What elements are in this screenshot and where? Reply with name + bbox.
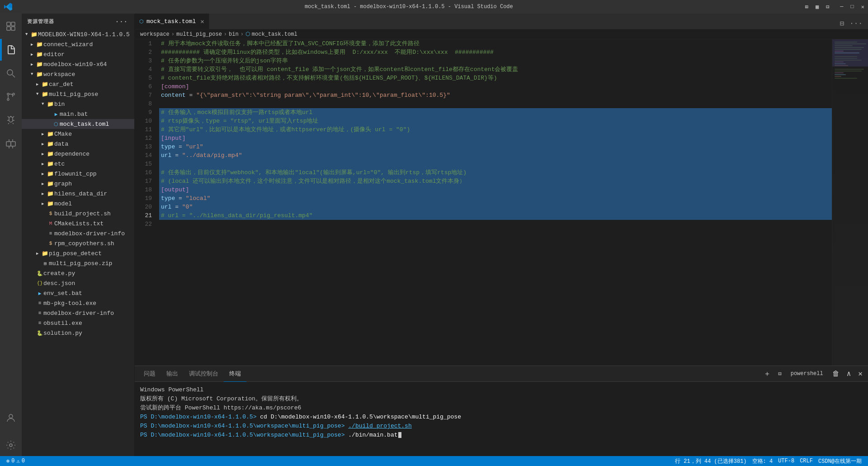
code-line (159, 220, 832, 228)
split-terminal-btn[interactable]: ⊟ (776, 370, 783, 378)
code-area[interactable]: # 用于本地mock文件读取任务，脚本中已经配置了IVA_SVC_CONFIG环… (157, 39, 832, 366)
tree-item[interactable]: ▶env_set.bat (22, 288, 134, 298)
breadcrumb-icon: ⬡ (245, 31, 250, 38)
tab-mock-task[interactable]: ⬡ mock_task.toml ✕ (135, 14, 209, 29)
svg-line-5 (12, 75, 15, 77)
code-line: [input] (159, 134, 832, 143)
code-line: # 任务的参数为一个压缩并转义后的json字符串 (159, 57, 832, 65)
activity-search[interactable] (0, 62, 22, 84)
tree-item[interactable]: $build_project.sh (22, 209, 134, 219)
tree-item[interactable]: 🐍create.py (22, 268, 134, 278)
line-number: 14 (135, 151, 152, 160)
maximize-btn[interactable]: □ (851, 4, 854, 10)
activity-files[interactable] (0, 39, 22, 61)
tab-close-btn[interactable]: ✕ (200, 18, 204, 25)
tree-item[interactable]: ⬡mock_task.toml (22, 119, 134, 129)
tree-item[interactable]: ▼📁bin (22, 99, 134, 109)
tree-item[interactable]: ▼📁MODELBOX-WIN10-X64-1.1.0.5 (22, 29, 134, 39)
status-line-ending[interactable]: CRLF (797, 456, 816, 466)
tab-output[interactable]: 输出 (161, 366, 184, 382)
terminal-line: 版权所有 (C) Microsoft Corporation。保留所有权利。 (140, 395, 863, 404)
status-right: 行 21，列 44 (已选择381) 空格: 4 UTF-8 CRLF CSDN… (672, 456, 864, 466)
svg-point-4 (7, 70, 13, 75)
tree-item[interactable]: ▶main.bat (22, 109, 134, 119)
line-number: 19 (135, 194, 152, 203)
layout-icon[interactable]: ⊞ (805, 4, 808, 10)
tree-item[interactable]: ▼📁multi_pig_pose (22, 89, 134, 99)
terminal-line: Windows PowerShell (140, 385, 863, 395)
tree-item[interactable]: ▶📁CMake (22, 129, 134, 139)
activity-extensions[interactable] (0, 133, 22, 155)
tree-item[interactable]: ▶📁car_det (22, 79, 134, 89)
status-crlf: CRLF (800, 458, 813, 464)
activity-account[interactable] (0, 407, 22, 429)
tree-item[interactable]: ▶📁editor (22, 49, 134, 59)
tree-item[interactable]: 🐍solution.py (22, 328, 134, 338)
code-line: content = "{\"param_str\":\"string param… (159, 91, 832, 100)
tree-item[interactable]: $rpm_copyothers.sh (22, 238, 134, 248)
tree-item[interactable]: ▶📁connect_wizard (22, 39, 134, 49)
more-icon[interactable]: ··· (848, 19, 864, 29)
tree-item[interactable]: ▶📁pig_pose_detect (22, 248, 134, 258)
tree-item[interactable]: ≡mb-pkg-tool.exe (22, 298, 134, 308)
breadcrumb-bin[interactable]: bin (229, 31, 239, 38)
tree-item[interactable]: ▼📁workspace (22, 69, 134, 79)
terminal-shell-label: powershell (787, 371, 827, 377)
tree-item[interactable]: ▶📁data (22, 139, 134, 149)
tree-item[interactable]: ▶📁model (22, 199, 134, 209)
minimize-btn[interactable]: ─ (840, 4, 843, 10)
tree-item[interactable]: ≡modelbox-driver-info (22, 308, 134, 318)
tree-item[interactable]: ▶📁hilens_data_dir (22, 189, 134, 199)
status-spaces[interactable]: 空格: 4 (750, 456, 776, 466)
status-encoding[interactable]: UTF-8 (775, 456, 797, 466)
tab-debug-console[interactable]: 调试控制台 (184, 366, 224, 382)
breadcrumb-workspace[interactable]: workspace (140, 31, 170, 38)
status-errors[interactable]: ⊗ 0 ⚠ 0 (4, 456, 28, 466)
status-cursor[interactable]: 行 21，列 44 (已选择381) (672, 456, 749, 466)
tree-item[interactable]: ▶📁flowunit_cpp (22, 169, 134, 179)
activity-explore[interactable] (0, 15, 22, 37)
error-count: 0 (11, 458, 14, 464)
code-line: # 任务输出，目前仅支持"webhook", 和本地输出"local"(输出到屏… (159, 168, 832, 177)
svg-rect-11 (11, 142, 15, 146)
tree-item[interactable]: ≡obsutil.exe (22, 318, 134, 328)
tab-problems[interactable]: 问题 (138, 366, 161, 382)
breadcrumb-file[interactable]: mock_task.toml (252, 31, 297, 38)
layout2-icon[interactable]: ▦ (816, 4, 819, 10)
svg-rect-32 (835, 74, 846, 75)
code-line: url = "0" (159, 203, 832, 211)
tab-terminal-label: 终端 (229, 370, 241, 378)
terminal-trash-btn[interactable]: 🗑 (830, 369, 841, 379)
code-line: # 用于本地mock文件读取任务，脚本中已经配置了IVA_SVC_CONFIG环… (159, 39, 832, 48)
tree-item[interactable]: ▶📁etc (22, 159, 134, 169)
line-number: 9 (135, 108, 152, 117)
tree-item[interactable]: ≡modelbox-driver-info (22, 228, 134, 238)
code-line: # 直接写需要转义双引号， 也可以用 content_file 添加一个json… (159, 65, 832, 74)
sidebar-more-icon[interactable]: ··· (114, 17, 129, 26)
tree-item[interactable]: {}desc.json (22, 278, 134, 288)
tree-item[interactable]: MCMakeLists.txt (22, 219, 134, 228)
tree-item[interactable]: ⊞multi_pig_pose.zip (22, 258, 134, 268)
svg-point-12 (9, 414, 13, 418)
layout3-icon[interactable]: ⊟ (826, 4, 829, 10)
code-line: type = "url" (159, 143, 832, 151)
breadcrumb-multi-pig-pose[interactable]: multi_pig_pose (176, 31, 222, 38)
svg-rect-34 (835, 78, 857, 79)
line-number: 4 (135, 65, 152, 74)
panel-maximize-btn[interactable]: ∧ (845, 368, 853, 379)
tree-item[interactable]: ▶📁modelbox-win10-x64 (22, 59, 134, 69)
status-language[interactable]: CSDN@在线第一期 (816, 456, 864, 466)
activity-settings[interactable] (0, 434, 22, 456)
minimap[interactable] (832, 39, 868, 366)
activity-git[interactable] (0, 86, 22, 108)
tab-debug-label: 调试控制台 (189, 370, 218, 378)
add-terminal-btn[interactable]: ＋ (762, 368, 773, 380)
terminal-content[interactable]: Windows PowerShell版权所有 (C) Microsoft Cor… (135, 382, 868, 456)
split-editor-icon[interactable]: ⊟ (838, 18, 846, 29)
tree-item[interactable]: ▶📁graph (22, 179, 134, 189)
tree-item[interactable]: ▶📁dependence (22, 149, 134, 159)
close-btn[interactable]: ✕ (861, 4, 864, 10)
activity-debug[interactable] (0, 109, 22, 131)
tab-terminal[interactable]: 终端 (224, 366, 246, 382)
panel-close-btn[interactable]: ✕ (856, 368, 864, 379)
